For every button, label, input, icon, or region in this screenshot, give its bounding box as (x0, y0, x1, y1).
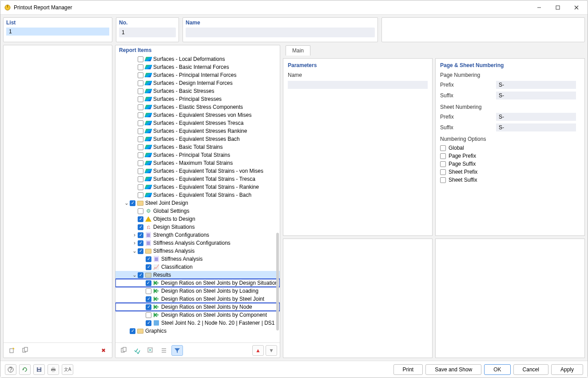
tree-row[interactable]: Surfaces - Equivalent Total Strains - vo… (115, 167, 280, 175)
tree-checkbox[interactable] (146, 288, 151, 294)
tree-checkbox[interactable] (138, 80, 143, 86)
result-by-component[interactable]: Design Ratios on Steel Joints by Compone… (115, 311, 280, 319)
tree-row[interactable]: Classification (115, 263, 280, 271)
uncheck-all-button[interactable] (145, 345, 156, 356)
tree-checkbox[interactable] (138, 152, 143, 158)
tree-checkbox[interactable] (138, 120, 143, 126)
tree-checkbox[interactable] (138, 144, 143, 150)
tree-row[interactable]: Surfaces - Principal Internal Forces (115, 71, 280, 79)
tree-checkbox[interactable] (146, 256, 151, 262)
tree-checkbox[interactable] (146, 320, 151, 326)
tree-row[interactable]: Surfaces - Principal Total Strains (115, 151, 280, 159)
tree-row[interactable]: Surfaces - Equivalent Total Strains - Ba… (115, 191, 280, 199)
tree-checkbox[interactable] (138, 176, 143, 182)
global-checkbox[interactable] (440, 145, 446, 151)
tree-row[interactable]: Surfaces - Basic Total Strains (115, 143, 280, 151)
save-button[interactable] (33, 364, 45, 375)
filter-button[interactable] (171, 345, 183, 356)
tree-checkbox[interactable] (138, 72, 143, 78)
print-prefs-button[interactable] (48, 364, 59, 375)
help-button[interactable]: ? (5, 364, 16, 375)
apply-button[interactable]: Apply (551, 364, 583, 375)
twisty-icon[interactable]: › (131, 232, 138, 238)
page-prefix-checkbox[interactable] (440, 153, 446, 159)
page-suffix-input[interactable]: S- (496, 92, 576, 99)
tree-row[interactable]: Surfaces - Basic Stresses (115, 87, 280, 95)
tree-checkbox[interactable] (138, 160, 143, 166)
result-by-loading[interactable]: Design Ratios on Steel Joints by Loading (115, 287, 280, 295)
tree-checkbox[interactable] (138, 168, 143, 174)
tree-row[interactable]: Surfaces - Equivalent Stresses Bach (115, 135, 280, 143)
tree-row[interactable]: Surfaces - Equivalent Stresses von Mises (115, 111, 280, 119)
close-button[interactable] (567, 1, 586, 14)
tree-row[interactable]: Surfaces - Equivalent Total Strains - Tr… (115, 175, 280, 183)
page-suffix-checkbox[interactable] (440, 161, 446, 167)
language-button[interactable]: 文A (62, 364, 73, 375)
check-all-button[interactable] (131, 345, 143, 356)
sheet-suffix-checkbox[interactable] (440, 177, 446, 183)
tree-checkbox[interactable] (138, 216, 143, 222)
tree-checkbox[interactable] (138, 112, 143, 118)
tree-checkbox[interactable] (138, 136, 143, 142)
tree-row[interactable]: Surfaces - Local Deformations (115, 55, 280, 63)
tree-checkbox[interactable] (138, 184, 143, 190)
tree-checkbox[interactable] (138, 56, 143, 62)
tree-row[interactable]: Global Settings (115, 207, 280, 215)
twisty-icon[interactable]: ⌄ (131, 248, 138, 254)
print-button[interactable]: Print (393, 364, 423, 375)
tree-checkbox[interactable] (138, 272, 143, 278)
move-down-button[interactable]: ▼ (266, 345, 277, 356)
tree-checkbox[interactable] (146, 312, 151, 318)
cancel-button[interactable]: Cancel (513, 364, 548, 375)
no-value[interactable]: 1 (119, 28, 176, 37)
tree-checkbox[interactable] (138, 192, 143, 198)
list-mode-button[interactable] (158, 345, 170, 356)
tree-row[interactable]: Surfaces - Equivalent Total Strains - Ra… (115, 183, 280, 191)
tree-checkbox[interactable] (138, 128, 143, 134)
result-by-node[interactable]: Design Ratios on Steel Joints by Node (115, 303, 280, 311)
move-up-button[interactable]: ▲ (252, 345, 264, 356)
tab-main[interactable]: Main (286, 45, 310, 56)
tree-row[interactable]: Surfaces - Equivalent Stresses Tresca (115, 119, 280, 127)
result-by-situation[interactable]: Design Ratios on Steel Joints by Design … (115, 279, 280, 287)
tree-row[interactable]: ›Strength Configurations (115, 231, 280, 239)
tree-row[interactable]: Design Situations (115, 223, 280, 231)
sheet-prefix-checkbox[interactable] (440, 169, 446, 175)
tree-checkbox[interactable] (138, 88, 143, 94)
twisty-icon[interactable]: ⌄ (123, 200, 130, 206)
tree-row[interactable]: ›Stiffness Analysis Configurations (115, 239, 280, 247)
tree-body[interactable]: Surfaces - Local DeformationsSurfaces - … (115, 55, 280, 342)
list-item[interactable]: 1 (6, 28, 109, 36)
page-prefix-input[interactable]: S- (496, 81, 576, 89)
tree-row[interactable]: Surfaces - Equivalent Stresses Rankine (115, 127, 280, 135)
copy-button[interactable] (118, 345, 130, 356)
tree-checkbox[interactable] (138, 104, 143, 110)
minimize-button[interactable] (530, 1, 548, 14)
results-folder[interactable]: ⌄Results (115, 271, 280, 279)
tree-row[interactable]: Surfaces - Maximum Total Strains (115, 159, 280, 167)
name-value[interactable] (186, 28, 375, 37)
sheet-prefix-input[interactable]: S- (496, 113, 576, 121)
graphics-folder[interactable]: Graphics (115, 327, 280, 335)
scrollbar[interactable] (276, 233, 279, 330)
tree-checkbox[interactable] (130, 200, 135, 206)
save-and-show-button[interactable]: Save and Show (425, 364, 481, 375)
twisty-icon[interactable]: › (131, 240, 138, 246)
tree-checkbox[interactable] (146, 264, 151, 270)
tree-row[interactable]: ⌄Stiffness Analysis (115, 247, 280, 255)
tree-row[interactable]: Surfaces - Elastic Stress Components (115, 103, 280, 111)
ok-button[interactable]: OK (484, 364, 510, 375)
tree-checkbox[interactable] (138, 240, 143, 246)
param-name-input[interactable] (288, 81, 428, 89)
result-detail[interactable]: Steel Joint No. 2 | Node No. 20 | Fasten… (115, 319, 280, 327)
twisty-icon[interactable]: ⌄ (131, 272, 138, 278)
tree-row[interactable]: Stiffness Analysis (115, 255, 280, 263)
refresh-button[interactable] (19, 364, 31, 375)
tree-checkbox[interactable] (138, 64, 143, 70)
sheet-suffix-input[interactable]: S- (496, 123, 576, 131)
maximize-button[interactable] (548, 1, 567, 14)
tree-checkbox[interactable] (130, 328, 135, 334)
tree-checkbox[interactable] (146, 304, 151, 310)
tree-checkbox[interactable] (146, 280, 151, 286)
steel-joint-design[interactable]: ⌄Steel Joint Design (115, 199, 280, 207)
